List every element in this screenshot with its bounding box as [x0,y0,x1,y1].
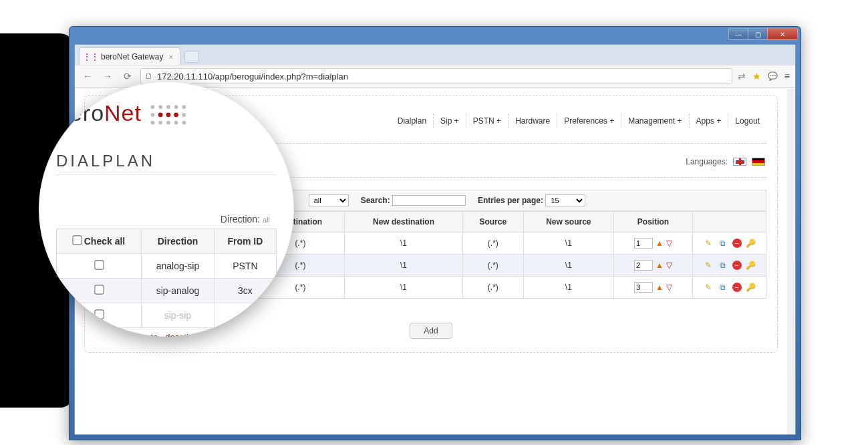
move-down-icon[interactable]: ▽ [666,261,672,270]
cell-position: ▲▽ [614,276,693,298]
star-icon[interactable]: ★ [752,71,761,82]
edit-icon[interactable]: ✎ [703,238,714,249]
menu-icon[interactable]: ≡ [784,71,790,82]
menu-preferences[interactable]: Preferences + [557,114,621,128]
col-position: Position [614,211,693,232]
favicon-icon: ⋮⋮ [86,52,96,61]
menu-pstn[interactable]: PSTN + [466,114,509,128]
svg-point-24 [166,120,170,124]
svg-point-22 [151,120,155,124]
language-switcher: Languages: [686,157,765,166]
table-row: sip-analog3cx [57,278,277,303]
svg-point-28 [166,112,171,117]
direction-select[interactable]: all [309,194,349,206]
copy-icon[interactable]: ⧉ [718,260,728,271]
svg-point-23 [159,120,163,124]
copy-icon[interactable]: ⧉ [718,282,728,293]
forward-button[interactable]: → [100,69,115,84]
svg-point-16 [159,105,163,109]
back-button[interactable]: ← [80,69,95,84]
svg-point-18 [174,105,178,109]
cell-newdest: \1 [344,232,462,254]
col-source: Source [463,211,524,232]
table-row: analog-sipPSTN [57,253,277,278]
flag-uk-icon[interactable] [733,158,746,166]
page-icon: 🗋 [145,71,153,81]
magnifier-overlay: beroNet DIALPLAN Direction:all Check al [39,82,294,337]
flag-de-icon[interactable] [752,158,765,166]
menu-dialplan[interactable]: Dialplan [391,114,434,128]
window-maximize-button[interactable]: ▢ [748,28,768,40]
svg-point-26 [182,120,186,124]
cell-newsrc: \1 [523,254,614,276]
move-up-icon[interactable]: ▲ [656,239,664,248]
cell-newsrc: \1 [523,232,614,254]
move-up-icon[interactable]: ▲ [656,283,664,292]
cell-actions: ✎⧉–🔑 [693,276,766,298]
search-label: Search: [361,196,390,205]
check-all-checkbox[interactable] [72,235,82,245]
edit-icon[interactable]: ✎ [703,282,714,293]
move-down-icon[interactable]: ▽ [666,283,672,292]
menu-apps[interactable]: Apps + [690,114,729,128]
cell-actions: ✎⧉–🔑 [693,254,766,276]
cell-src: (.*) [463,276,524,298]
svg-point-27 [158,112,163,117]
row-checkbox[interactable] [94,285,104,294]
mag-col-check: Check all [57,229,142,253]
svg-point-29 [174,112,179,117]
languages-label: Languages: [686,157,728,166]
window-titlebar: — ▢ ✕ [69,27,801,44]
key-icon[interactable]: 🔑 [746,260,756,271]
address-bar[interactable]: 🗋 172.20.11.110/app/berogui/index.php?m=… [140,68,732,84]
position-input[interactable] [634,260,653,271]
new-tab-button[interactable] [184,51,199,63]
tab-close-icon[interactable]: × [168,53,172,61]
col-newdest: New destination [344,211,462,232]
cell-position: ▲▽ [614,254,693,276]
delete-icon[interactable]: – [732,261,742,270]
menu-hardware[interactable]: Hardware [509,114,557,128]
chat-icon[interactable]: 💬 [768,71,778,81]
col-newsource: New source [523,211,614,232]
window-close-button[interactable]: ✕ [767,28,798,40]
reload-button[interactable]: ⟳ [120,69,135,84]
svg-point-20 [151,113,155,117]
svg-point-25 [174,120,178,124]
key-icon[interactable]: 🔑 [746,238,756,249]
svg-point-15 [151,105,155,109]
cell-src: (.*) [463,232,524,254]
copy-icon[interactable]: ⧉ [718,238,728,249]
translate-icon[interactable]: ⇄ [738,71,746,82]
magnifier-direction-label: Direction:all [56,214,277,225]
row-checkbox[interactable] [94,260,104,269]
menu-management[interactable]: Management + [621,114,689,128]
menu-logout[interactable]: Logout [728,114,766,128]
delete-icon[interactable]: – [732,239,742,248]
entries-select[interactable]: 15 [545,194,585,206]
logo-dots-icon [148,102,188,134]
menu-sip[interactable]: Sip + [434,114,466,128]
window-minimize-button[interactable]: — [728,28,748,40]
add-button[interactable]: Add [410,323,452,339]
position-input[interactable] [634,282,653,293]
magnifier-page-title: DIALPLAN [56,152,277,175]
cell-direction: sip-sip [142,303,214,327]
move-up-icon[interactable]: ▲ [656,261,664,270]
position-input[interactable] [634,238,653,249]
edit-icon[interactable]: ✎ [703,260,714,271]
move-down-icon[interactable]: ▽ [666,239,672,248]
search-input[interactable] [392,195,466,206]
tab-strip: ⋮⋮ beroNet Gateway × [75,45,795,65]
scrollbar[interactable] [787,88,795,434]
key-icon[interactable]: 🔑 [746,282,756,293]
delete-icon[interactable]: – [732,283,742,292]
extension-icons: ⇄ ★ 💬 ≡ [738,71,790,82]
tab-title: beroNet Gateway [101,52,163,61]
cell-direction: analog-sip [142,253,214,278]
browser-tab[interactable]: ⋮⋮ beroNet Gateway × [79,47,180,65]
svg-point-19 [182,105,186,109]
cell-from: PSTN [214,253,276,278]
cell-newdest: \1 [344,254,462,276]
cell-newsrc: \1 [523,276,614,298]
